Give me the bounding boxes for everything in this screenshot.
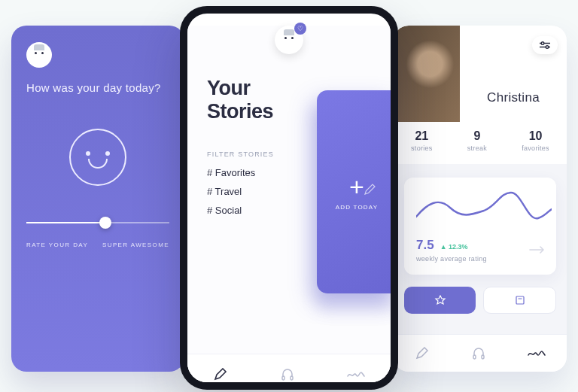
nav-active-dot (220, 384, 223, 387)
svg-rect-7 (482, 355, 484, 359)
slider-label-left: RATE YOUR DAY (26, 242, 88, 248)
slider-labels: RATE YOUR DAY SUPER AWESOME (26, 242, 169, 248)
svg-point-3 (546, 46, 549, 49)
avatar-bot[interactable]: ♡ (275, 26, 303, 54)
stories-screen: ♡ Your Stories FILTER STORIES # Favorite… (180, 6, 398, 390)
plus-icon: + (349, 174, 364, 199)
slider-thumb[interactable] (99, 217, 111, 229)
mood-question: How was your day today? (26, 81, 169, 94)
secondary-action-button[interactable] (483, 287, 556, 314)
arrow-right-icon[interactable] (529, 246, 546, 254)
mood-screen: How was your day today? RATE YOUR DAY SU… (11, 26, 184, 372)
stat-stories[interactable]: 21stories (411, 129, 433, 152)
rating-value: 7.5 (416, 238, 434, 253)
svg-rect-6 (473, 355, 476, 359)
heart-badge-icon: ♡ (294, 23, 306, 35)
settings-button[interactable] (532, 36, 558, 54)
nav-write-icon[interactable] (213, 368, 228, 381)
primary-action-button[interactable] (404, 287, 476, 314)
note-icon (515, 295, 525, 305)
bot-face-icon (281, 32, 297, 48)
rating-line-chart (416, 188, 552, 232)
nav-listen-icon[interactable] (471, 347, 486, 360)
profile-photo[interactable] (394, 26, 460, 122)
slider-label-right: SUPER AWESOME (102, 242, 169, 248)
pen-icon (363, 183, 376, 196)
profile-stats: 21stories 9streak 10favorites (394, 122, 567, 164)
bottom-nav (187, 354, 391, 390)
svg-rect-8 (282, 376, 284, 380)
star-outline-icon (434, 295, 447, 305)
mood-slider[interactable] (26, 222, 169, 223)
nav-stats-icon[interactable] (347, 369, 365, 380)
rating-caption: weekly average rating (416, 255, 544, 263)
nav-listen-icon[interactable] (280, 368, 295, 381)
svg-rect-9 (291, 376, 293, 380)
avatar-bot (26, 42, 52, 68)
profile-header: Christina (394, 26, 567, 122)
stat-streak[interactable]: 9streak (467, 129, 487, 152)
rating-delta: ▲ 12.3% (440, 243, 468, 251)
rating-card[interactable]: 7.5 ▲ 12.3% weekly average rating (404, 178, 556, 275)
profile-screen: Christina 21stories 9streak 10favorites … (394, 26, 567, 372)
add-story-label: ADD TODAY (336, 204, 379, 211)
nav-stats-icon[interactable] (528, 348, 546, 359)
rating-score-row: 7.5 ▲ 12.3% (416, 238, 544, 253)
bot-face-icon (31, 47, 47, 63)
nav-write-icon[interactable] (415, 347, 430, 360)
stat-favorites[interactable]: 10favorites (522, 129, 549, 152)
add-story-card[interactable]: + ADD TODAY (317, 90, 397, 293)
svg-point-1 (541, 42, 544, 45)
profile-actions (404, 287, 556, 314)
bottom-nav (394, 334, 567, 372)
mood-face-icon (69, 129, 126, 186)
svg-rect-4 (516, 296, 524, 304)
sliders-icon (539, 41, 551, 49)
